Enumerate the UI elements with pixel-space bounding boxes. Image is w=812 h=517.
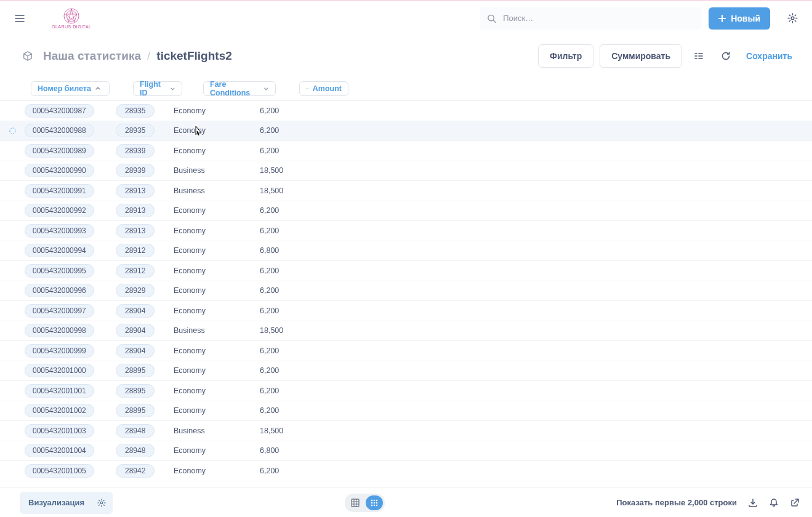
breadcrumb-parent[interactable]: Наша статистика (43, 49, 141, 63)
table-row[interactable]: 000543200099428912Economy6,800 (0, 241, 812, 262)
cell-amount[interactable]: 18,500 (260, 186, 315, 195)
cell-amount[interactable]: 6,800 (260, 246, 315, 255)
cell-fare[interactable]: Business (174, 186, 260, 195)
filter-button[interactable]: Фильтр (538, 44, 593, 68)
cell-amount[interactable]: 6,200 (260, 126, 315, 135)
cell-ticket[interactable]: 0005432000990 (25, 164, 116, 177)
table-row[interactable]: 000543200099228913Economy6,200 (0, 201, 812, 222)
row-count-text[interactable]: Показать первые 2,000 строки (616, 498, 737, 507)
cell-flight[interactable]: 28912 (116, 264, 174, 278)
cell-fare[interactable]: Economy (174, 106, 260, 115)
cell-amount[interactable]: 6,200 (260, 467, 315, 475)
alerts-button[interactable] (769, 498, 779, 508)
table-row[interactable]: 000543200100428948Economy6,800 (0, 441, 812, 462)
cell-flight[interactable]: 28904 (116, 304, 174, 318)
cell-fare[interactable]: Economy (174, 146, 260, 155)
cell-ticket[interactable]: 0005432001004 (25, 444, 116, 457)
table-row[interactable]: 000543200098728935Economy6,200 (0, 101, 812, 121)
detail-view-toggle[interactable] (366, 495, 383, 510)
table-row[interactable]: 000543200099728904Economy6,200 (0, 301, 812, 321)
menu-toggle-button[interactable] (10, 9, 30, 28)
cell-amount[interactable]: 6,200 (260, 406, 315, 415)
column-header-flight[interactable]: Flight ID (133, 81, 182, 96)
cell-amount[interactable]: 6,200 (260, 387, 315, 395)
cell-amount[interactable]: 6,200 (260, 106, 315, 115)
cell-amount[interactable]: 18,500 (260, 326, 315, 335)
table-row[interactable]: 000543200100228895Economy6,200 (0, 401, 812, 422)
cell-amount[interactable]: 6,200 (260, 226, 315, 235)
editor-button[interactable] (688, 46, 709, 66)
summarize-button[interactable]: Суммировать (600, 44, 682, 68)
settings-button[interactable] (782, 9, 802, 28)
table-view-toggle[interactable] (347, 495, 364, 510)
cell-ticket[interactable]: 0005432000992 (25, 204, 116, 217)
cell-fare[interactable]: Economy (174, 406, 260, 415)
cell-flight[interactable]: 28895 (116, 364, 174, 377)
cell-fare[interactable]: Business (174, 326, 260, 335)
cell-fare[interactable]: Economy (174, 226, 260, 235)
cell-amount[interactable]: 6,200 (260, 307, 315, 315)
share-button[interactable] (790, 498, 800, 508)
cell-fare[interactable]: Economy (174, 206, 260, 215)
cell-ticket[interactable]: 0005432001005 (25, 464, 116, 478)
cell-fare[interactable]: Economy (174, 347, 260, 355)
cell-amount[interactable]: 6,200 (260, 347, 315, 355)
cell-flight[interactable]: 28912 (116, 244, 174, 257)
cell-amount[interactable]: 6,200 (260, 286, 315, 295)
table-row[interactable]: 000543200099628929Economy6,200 (0, 281, 812, 302)
cell-flight[interactable]: 28939 (116, 164, 174, 177)
cell-ticket[interactable]: 0005432000994 (25, 244, 116, 257)
cell-fare[interactable]: Business (174, 166, 260, 175)
cell-flight[interactable]: 28913 (116, 224, 174, 238)
breadcrumb-current[interactable]: ticketFlights2 (156, 49, 231, 63)
table-row[interactable]: 000543200098928939Economy6,200 (0, 141, 812, 161)
cell-ticket[interactable]: 0005432001003 (25, 424, 116, 438)
cell-fare[interactable]: Economy (174, 246, 260, 255)
download-button[interactable] (748, 498, 758, 508)
cell-fare[interactable]: Economy (174, 467, 260, 475)
cell-amount[interactable]: 6,200 (260, 206, 315, 215)
cell-ticket[interactable]: 0005432000997 (25, 304, 116, 318)
cell-flight[interactable]: 28913 (116, 204, 174, 217)
expand-row-button[interactable] (6, 124, 18, 137)
cell-amount[interactable]: 6,200 (260, 146, 315, 155)
cell-flight[interactable]: 28935 (116, 124, 174, 137)
save-link[interactable]: Сохранить (746, 51, 792, 61)
cell-flight[interactable]: 28904 (116, 324, 174, 337)
cell-ticket[interactable]: 0005432000987 (25, 104, 116, 118)
cell-ticket[interactable]: 0005432001001 (25, 384, 116, 398)
cell-ticket[interactable]: 0005432000993 (25, 224, 116, 238)
cell-flight[interactable]: 28904 (116, 344, 174, 358)
table-row[interactable]: 000543200100328948Business18,500 (0, 421, 812, 441)
cell-flight[interactable]: 28939 (116, 144, 174, 158)
cell-ticket[interactable]: 0005432000996 (25, 284, 116, 297)
new-button[interactable]: Новый (709, 7, 770, 30)
visualization-settings-button[interactable] (93, 494, 110, 511)
cell-amount[interactable]: 6,800 (260, 446, 315, 455)
cell-fare[interactable]: Economy (174, 286, 260, 295)
table-row[interactable]: 000543200099328913Economy6,200 (0, 221, 812, 241)
cell-fare[interactable]: Economy (174, 307, 260, 315)
table-body[interactable]: 000543200098728935Economy6,2000005432000… (0, 101, 812, 487)
cell-fare[interactable]: Business (174, 427, 260, 435)
cell-amount[interactable]: 6,200 (260, 366, 315, 375)
cell-ticket[interactable]: 0005432000995 (25, 264, 116, 278)
cell-amount[interactable]: 18,500 (260, 427, 315, 435)
cell-ticket[interactable]: 0005432000989 (25, 144, 116, 158)
table-row[interactable]: 000543200100028895Economy6,200 (0, 361, 812, 382)
column-header-amount[interactable]: Amount (299, 81, 348, 96)
cell-amount[interactable]: 18,500 (260, 166, 315, 175)
table-row[interactable]: 000543200099528912Economy6,200 (0, 261, 812, 281)
table-row[interactable]: 000543200100528942Economy6,200 (0, 461, 812, 481)
cell-fare[interactable]: Economy (174, 126, 260, 135)
cell-flight[interactable]: 28895 (116, 404, 174, 417)
cell-fare[interactable]: Economy (174, 366, 260, 375)
cell-ticket[interactable]: 0005432000998 (25, 324, 116, 337)
cell-flight[interactable]: 28929 (116, 284, 174, 297)
cell-flight[interactable]: 28948 (116, 424, 174, 438)
cell-flight[interactable]: 28935 (116, 104, 174, 118)
cell-ticket[interactable]: 0005432001000 (25, 364, 116, 377)
visualization-button[interactable]: Визуализация (22, 494, 90, 511)
cell-fare[interactable]: Economy (174, 387, 260, 395)
table-row[interactable]: 000543200098828935Economy6,200 (0, 121, 812, 142)
